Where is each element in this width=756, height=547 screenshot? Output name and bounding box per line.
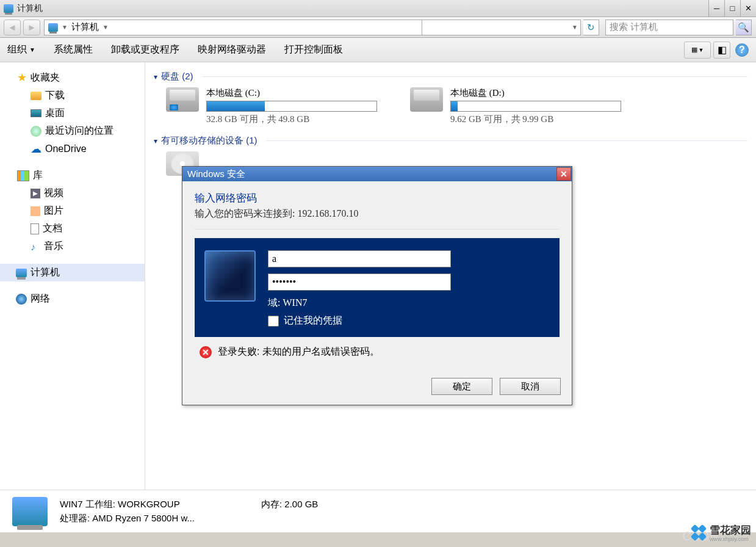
maximize-button[interactable]: □ [724, 0, 740, 16]
address-dropdown[interactable]: ▼ [422, 20, 581, 35]
capacity-bar [450, 101, 621, 112]
libraries-group[interactable]: 库 [0, 167, 145, 184]
music-icon: ♪ [31, 242, 40, 252]
onedrive-icon: ☁ [31, 142, 41, 156]
map-drive-button[interactable]: 映射网络驱动器 [198, 43, 266, 56]
video-icon: ▶ [31, 189, 40, 198]
recent-icon [31, 126, 41, 137]
snowflake-logo-icon [691, 525, 707, 541]
dialog-close-button[interactable]: ✕ [556, 167, 571, 181]
command-bar: 组织 ▼ 系统属性 卸载或更改程序 映射网络驱动器 打开控制面板 ▦▼ ◧ ? [0, 38, 756, 62]
details-cpu: 处理器: AMD Ryzen 7 5800H w... [60, 513, 249, 524]
computer-icon [16, 269, 27, 277]
watermark-brand: 雪花家园 www.xhjaty.com [691, 523, 751, 542]
forward-button[interactable]: ► [23, 20, 40, 35]
help-button[interactable]: ? [735, 43, 749, 57]
sidebar-item-desktop[interactable]: 桌面 [0, 104, 145, 122]
desktop-icon [31, 109, 41, 117]
sidebar-item-music[interactable]: ♪音乐 [0, 237, 145, 255]
window-titlebar: 计算机 ─ □ ✕ [0, 0, 756, 17]
uninstall-button[interactable]: 卸载或更改程序 [111, 43, 179, 56]
control-panel-button[interactable]: 打开控制面板 [284, 43, 343, 56]
drive-label: 本地磁盘 (D:) [450, 87, 624, 99]
sidebar-item-videos[interactable]: ▶视频 [0, 184, 145, 202]
drive-c[interactable]: 本地磁盘 (C:) 32.8 GB 可用，共 49.8 GB [166, 87, 380, 125]
sidebar-item-pictures[interactable]: 图片 [0, 202, 145, 220]
computer-icon [4, 4, 13, 13]
navigation-pane: ★收藏夹 下载 桌面 最近访问的位置 ☁OneDrive 库 ▶视频 图片 文档… [0, 62, 145, 490]
library-icon [17, 170, 29, 181]
sidebar-item-downloads[interactable]: 下载 [0, 87, 145, 104]
preview-pane-button[interactable]: ◧ [713, 42, 730, 59]
minimize-button[interactable]: ─ [708, 0, 724, 16]
credential-panel: 域: WIN7 记住我的凭据 [195, 238, 560, 337]
breadcrumb[interactable]: 计算机 [71, 21, 99, 33]
refresh-button[interactable]: ↻ [583, 20, 599, 35]
capacity-bar [206, 101, 377, 112]
sidebar-item-documents[interactable]: 文档 [0, 220, 145, 237]
star-icon: ★ [17, 71, 27, 84]
search-input[interactable]: 搜索 计算机 [605, 20, 733, 35]
details-workgroup: WIN7 工作组: WORKGROUP [60, 499, 249, 510]
sidebar-item-onedrive[interactable]: ☁OneDrive [0, 140, 145, 158]
username-input[interactable] [268, 250, 451, 267]
drive-stat: 9.62 GB 可用，共 9.99 GB [450, 114, 624, 125]
picture-icon [31, 206, 40, 216]
cancel-button[interactable]: 取消 [500, 378, 561, 395]
view-options-button[interactable]: ▦▼ [684, 42, 711, 59]
dialog-titlebar[interactable]: Windows 安全 ✕ [182, 167, 572, 181]
group-header-removable[interactable]: ▾有可移动存储的设备 (1) [154, 135, 747, 147]
details-memory: 内存: 2.00 GB [261, 499, 420, 510]
drive-d[interactable]: 本地磁盘 (D:) 9.62 GB 可用，共 9.99 GB [410, 87, 624, 125]
organize-menu[interactable]: 组织 ▼ [7, 43, 35, 56]
user-avatar-icon [204, 250, 256, 302]
dialog-title: Windows 安全 [187, 168, 245, 180]
drive-label: 本地磁盘 (C:) [206, 87, 380, 99]
sidebar-item-recent[interactable]: 最近访问的位置 [0, 122, 145, 140]
remember-checkbox-input[interactable] [268, 316, 279, 327]
details-pane: WIN7 工作组: WORKGROUP 内存: 2.00 GB 处理器: AMD… [0, 490, 756, 532]
document-icon [31, 223, 39, 234]
error-icon: ✕ [200, 346, 212, 358]
ok-button[interactable]: 确定 [431, 378, 492, 395]
dialog-subtitle: 输入您的密码来连接到: 192.168.170.10 [195, 208, 560, 220]
address-bar[interactable]: ▼ 计算机 ▼ [44, 20, 422, 35]
error-message: ✕ 登录失败: 未知的用户名或错误密码。 [195, 337, 560, 361]
folder-icon [31, 92, 41, 100]
nav-bar: ◄ ► ▼ 计算机 ▼ ▼ ↻ 搜索 计算机 🔍 [0, 17, 756, 38]
dialog-heading: 输入网络密码 [195, 191, 560, 205]
windows-security-dialog: Windows 安全 ✕ 输入网络密码 输入您的密码来连接到: 192.168.… [182, 166, 572, 405]
system-properties-button[interactable]: 系统属性 [54, 43, 93, 56]
favorites-group[interactable]: ★收藏夹 [0, 68, 145, 87]
domain-label: 域: WIN7 [268, 297, 550, 310]
drive-stat: 32.8 GB 可用，共 49.8 GB [206, 114, 380, 125]
back-button[interactable]: ◄ [4, 20, 21, 35]
sidebar-item-network[interactable]: 网络 [0, 290, 145, 308]
network-icon [16, 294, 27, 305]
search-button[interactable]: 🔍 [736, 20, 752, 35]
computer-icon [48, 23, 58, 32]
sidebar-item-computer[interactable]: 计算机 [0, 264, 145, 281]
hdd-icon [410, 87, 443, 112]
hdd-icon [166, 87, 199, 112]
computer-icon [12, 497, 48, 526]
remember-credentials-checkbox[interactable]: 记住我的凭据 [268, 314, 550, 327]
group-header-hdd[interactable]: ▾硬盘 (2) [154, 71, 747, 82]
password-input[interactable] [268, 274, 451, 291]
window-title: 计算机 [17, 3, 708, 14]
close-button[interactable]: ✕ [740, 0, 756, 16]
